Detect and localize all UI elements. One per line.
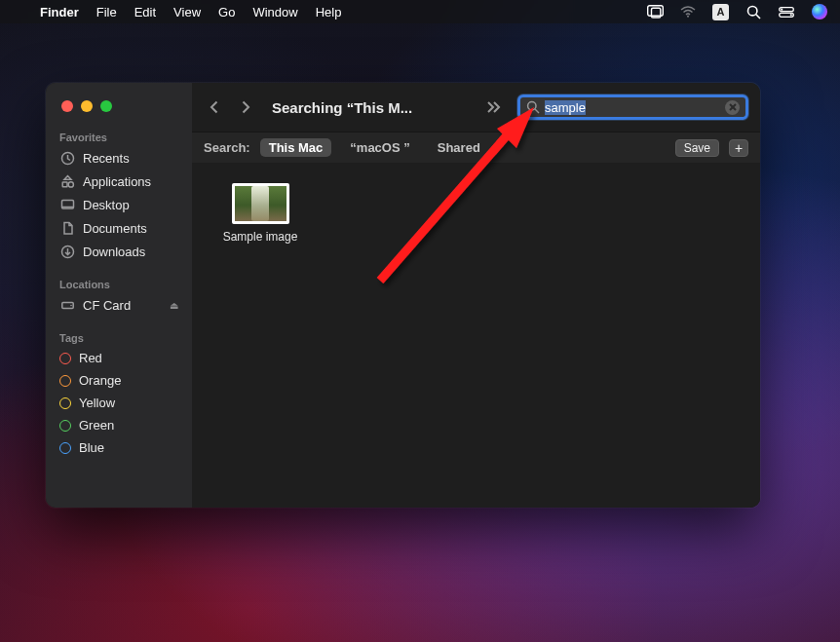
svg-point-2 xyxy=(687,16,689,18)
clear-search-button[interactable] xyxy=(725,100,740,115)
svg-line-18 xyxy=(535,109,539,113)
search-scope-bar: Search: This Mac “macOS ” Shared Save + xyxy=(192,132,760,164)
sidebar-item-label: Red xyxy=(79,351,102,365)
sidebar: Favorites Recents Applications Desktop D… xyxy=(46,83,192,508)
sidebar-item-label: Orange xyxy=(79,373,121,388)
scope-label: Search: xyxy=(204,140,250,155)
menu-go[interactable]: Go xyxy=(210,5,244,19)
file-thumbnail xyxy=(232,183,289,224)
menu-view[interactable]: View xyxy=(165,5,210,19)
sidebar-item-desktop[interactable]: Desktop xyxy=(46,193,192,216)
sidebar-item-label: Documents xyxy=(83,221,147,236)
tag-dot-icon xyxy=(59,375,71,387)
save-search-button[interactable]: Save xyxy=(675,139,719,157)
sidebar-item-label: Downloads xyxy=(83,245,145,259)
desktop-icon xyxy=(59,197,75,212)
siri-icon[interactable] xyxy=(811,3,828,20)
svg-point-8 xyxy=(790,14,792,16)
svg-point-11 xyxy=(68,181,73,186)
tag-dot-icon xyxy=(59,353,71,364)
sidebar-item-label: Desktop xyxy=(83,198,130,212)
traffic-lights xyxy=(61,100,112,112)
search-icon xyxy=(526,100,540,114)
control-center-icon[interactable] xyxy=(778,3,795,20)
document-icon xyxy=(59,220,75,236)
menubar: Finder File Edit View Go Window Help A xyxy=(0,0,840,23)
sidebar-section-tags: Tags xyxy=(46,326,192,347)
scope-current-folder[interactable]: “macOS ” xyxy=(341,138,418,157)
svg-rect-10 xyxy=(62,182,67,187)
nav-forward-button[interactable] xyxy=(235,96,256,118)
eject-icon[interactable]: ⏏ xyxy=(170,300,178,311)
tag-dot-icon xyxy=(59,442,71,454)
menu-window[interactable]: Window xyxy=(244,5,306,19)
menu-edit[interactable]: Edit xyxy=(126,5,165,19)
result-file[interactable]: Sample image xyxy=(211,183,309,244)
scope-shared[interactable]: Shared xyxy=(429,138,489,157)
svg-point-16 xyxy=(70,304,72,306)
clock-icon xyxy=(59,150,75,166)
sidebar-section-locations: Locations xyxy=(46,273,192,293)
sidebar-item-documents[interactable]: Documents xyxy=(46,216,192,240)
sidebar-item-applications[interactable]: Applications xyxy=(46,170,192,193)
menu-file[interactable]: File xyxy=(88,5,126,19)
svg-point-3 xyxy=(747,6,756,15)
close-window-button[interactable] xyxy=(61,100,73,112)
sidebar-item-downloads[interactable]: Downloads xyxy=(46,240,192,263)
sidebar-section-favorites: Favorites xyxy=(46,126,192,146)
fullscreen-window-button[interactable] xyxy=(100,100,112,112)
svg-point-17 xyxy=(528,102,536,110)
screen-mirroring-icon[interactable] xyxy=(646,3,664,20)
file-name-label: Sample image xyxy=(223,230,298,244)
download-icon xyxy=(59,244,75,259)
sidebar-tag-orange[interactable]: Orange xyxy=(46,369,192,392)
apps-icon xyxy=(59,173,75,189)
toolbar-overflow-button[interactable] xyxy=(486,100,502,114)
app-menu[interactable]: Finder xyxy=(31,5,88,19)
toolbar: Searching “This M... xyxy=(192,83,760,132)
sidebar-tag-yellow[interactable]: Yellow xyxy=(46,392,192,414)
sidebar-item-label: CF Card xyxy=(83,298,131,313)
tag-dot-icon xyxy=(59,397,71,409)
results-area[interactable]: Sample image xyxy=(192,164,760,508)
sidebar-item-label: Yellow xyxy=(79,396,115,410)
sidebar-item-cfcard[interactable]: CF Card ⏏ xyxy=(46,293,192,317)
sidebar-tag-red[interactable]: Red xyxy=(46,347,192,369)
tag-dot-icon xyxy=(59,420,71,432)
input-source-badge[interactable]: A xyxy=(712,4,729,20)
sidebar-item-recents[interactable]: Recents xyxy=(46,146,192,170)
scope-this-mac[interactable]: This Mac xyxy=(260,138,332,157)
drive-icon xyxy=(59,297,75,313)
sidebar-item-label: Green xyxy=(79,418,114,433)
search-input[interactable] xyxy=(540,100,725,115)
sidebar-tag-green[interactable]: Green xyxy=(46,414,192,436)
add-criteria-button[interactable]: + xyxy=(729,139,748,157)
finder-window: Favorites Recents Applications Desktop D… xyxy=(46,83,760,508)
svg-line-4 xyxy=(755,14,759,18)
sidebar-item-label: Blue xyxy=(79,440,104,455)
nav-back-button[interactable] xyxy=(204,96,225,118)
sidebar-item-label: Recents xyxy=(83,151,130,166)
svg-point-6 xyxy=(781,8,783,10)
wifi-icon[interactable] xyxy=(679,3,697,20)
spotlight-icon[interactable] xyxy=(745,3,762,20)
sidebar-tag-blue[interactable]: Blue xyxy=(46,436,192,459)
finder-main: Searching “This M... Search: This Mac “m… xyxy=(192,83,760,508)
search-field[interactable] xyxy=(517,94,748,120)
sidebar-item-label: Applications xyxy=(83,174,151,189)
minimize-window-button[interactable] xyxy=(81,100,93,112)
menu-help[interactable]: Help xyxy=(307,5,351,19)
window-title: Searching “This M... xyxy=(272,99,412,116)
